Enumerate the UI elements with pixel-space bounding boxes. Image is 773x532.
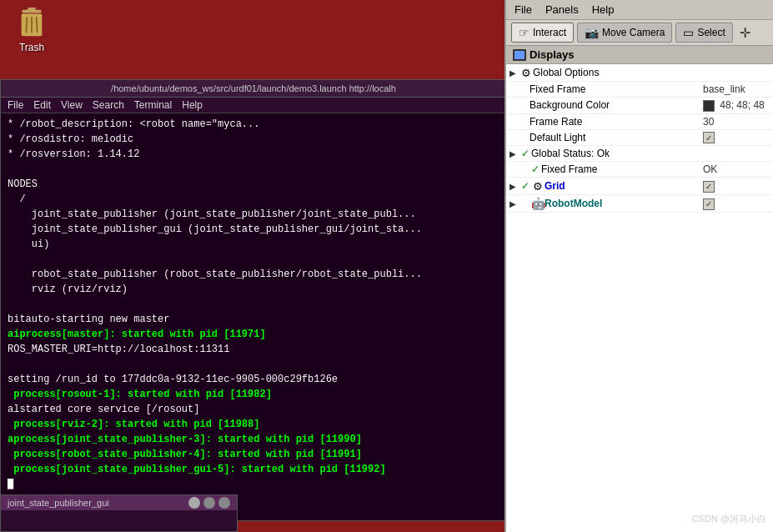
terminal-line <box>8 357 499 372</box>
maximize-button[interactable] <box>203 497 215 509</box>
svg-line-5 <box>37 17 38 33</box>
select-button[interactable]: ▭ Select <box>675 23 732 43</box>
expand-icon: ▶ <box>509 182 520 191</box>
expand-icon: ▶ <box>509 68 520 78</box>
expand-icon: ▶ <box>509 199 520 208</box>
terminal-menu-edit[interactable]: Edit <box>33 99 51 111</box>
default-light-checkbox[interactable]: ✓ <box>703 132 715 143</box>
displays-header-label: Displays <box>530 48 574 61</box>
terminal-line: rviz (rviz/rviz) <box>8 282 499 297</box>
terminal-line: joint_state_publisher_gui (joint_state_p… <box>8 222 499 237</box>
terminal-line: process[rosout-1]: started with pid [119… <box>8 387 499 402</box>
global-options-label: Global Options <box>533 67 703 78</box>
select-label: Select <box>697 27 725 38</box>
check-icon: ✓ <box>520 148 531 159</box>
watermark: CSDN @河马小白 <box>692 513 766 525</box>
grid-row[interactable]: ▶ ✓ ⚙ Grid ✓ <box>506 178 773 195</box>
rviz-panel: File Panels Help ☞ Interact 📷 Move Camer… <box>504 0 773 532</box>
bg-color-label: Background Color <box>530 99 703 111</box>
robot-check-icon <box>520 198 531 209</box>
default-light-label: Default Light <box>530 132 703 143</box>
robot-model-row[interactable]: ▶ 🤖 RobotModel ✓ <box>506 195 773 213</box>
terminal-line: * /robot_description: <robot name="myca.… <box>8 117 499 132</box>
terminal-line: aiprocess[master]: started with pid [119… <box>8 327 499 342</box>
default-light-row[interactable]: Default Light ✓ <box>506 130 773 147</box>
move-camera-label: Move Camera <box>602 27 665 38</box>
terminal-line: alstarted core service [/rosout] <box>8 402 499 417</box>
fixed-frame-label: Fixed Frame <box>530 83 703 95</box>
terminal-menu-search[interactable]: Search <box>93 99 124 111</box>
terminal-line: process[robot_state_publisher-4]: starte… <box>8 447 499 462</box>
robot-gear-icon: 🤖 <box>531 197 545 210</box>
rviz-menu-panels[interactable]: Panels <box>545 3 579 16</box>
terminal-menu-file[interactable]: File <box>8 99 23 111</box>
terminal-line: * /rosdistro: melodic <box>8 132 499 147</box>
grid-label: Grid <box>545 180 703 192</box>
terminal-line: * /rosversion: 1.14.12 <box>8 147 499 162</box>
rviz-displays: Displays ▶ ⚙ Global Options Fixed Frame … <box>506 46 773 532</box>
crosshair-icon: ✛ <box>740 25 750 41</box>
small-window: joint_state_publisher_gui <box>0 494 238 532</box>
trash-icon-container[interactable]: Trash <box>7 7 57 53</box>
robot-checked[interactable]: ✓ <box>703 198 715 210</box>
grid-checkbox: ✓ <box>703 180 770 193</box>
gear-icon: ⚙ <box>520 66 533 79</box>
interact-button[interactable]: ☞ Interact <box>511 23 574 43</box>
fixed-frame-status-label: Fixed Frame <box>541 163 703 175</box>
terminal-menu-help[interactable]: Help <box>182 99 203 111</box>
grid-checked[interactable]: ✓ <box>703 181 715 193</box>
terminal-line <box>8 252 499 267</box>
terminal-menubar: File Edit View Search Terminal Help <box>1 98 506 113</box>
fixed-frame-status-value: OK <box>703 163 770 175</box>
frame-rate-label: Frame Rate <box>530 116 703 128</box>
default-light-value: ✓ <box>703 132 770 144</box>
desktop: Trash /home/ubuntu/demos_ws/src/urdf01/l… <box>0 0 773 532</box>
trash-icon <box>17 7 47 38</box>
trash-label: Trash <box>19 42 44 53</box>
expand-icon: ▶ <box>509 149 520 158</box>
terminal-line: NODES <box>8 177 499 192</box>
terminal-line: process[joint_state_publisher_gui-5]: st… <box>8 462 499 477</box>
fixed-frame-value: base_link <box>703 83 770 95</box>
svg-rect-1 <box>28 8 36 11</box>
frame-rate-value: 30 <box>703 116 770 128</box>
terminal-menu-terminal[interactable]: Terminal <box>134 99 172 111</box>
small-window-titlebar: joint_state_publisher_gui <box>1 495 237 510</box>
monitor-icon <box>513 49 526 61</box>
grid-gear-icon: ⚙ <box>531 179 545 193</box>
global-options-row[interactable]: ▶ ⚙ Global Options <box>506 64 773 82</box>
small-window-controls <box>188 497 230 509</box>
minimize-button[interactable] <box>188 497 200 509</box>
global-status-label: Global Status: Ok <box>531 148 703 159</box>
terminal-cursor: █ <box>8 477 499 492</box>
interact-icon: ☞ <box>519 26 530 39</box>
background-color-row[interactable]: Background Color 48; 48; 48 <box>506 98 773 114</box>
fixed-frame-row[interactable]: Fixed Frame base_link <box>506 82 773 98</box>
terminal-line <box>8 297 499 312</box>
global-status-row[interactable]: ▶ ✓ Global Status: Ok <box>506 146 773 162</box>
terminal-window: /home/ubuntu/demos_ws/src/urdf01/launch/… <box>0 79 507 521</box>
color-swatch <box>703 100 715 112</box>
small-window-title: joint_state_publisher_gui <box>8 498 109 508</box>
terminal-line: robot_state_publisher (robot_state_publi… <box>8 267 499 282</box>
displays-header: Displays <box>506 46 773 64</box>
terminal-titlebar: /home/ubuntu/demos_ws/src/urdf01/launch/… <box>1 80 506 98</box>
rviz-menu-help[interactable]: Help <box>592 3 615 16</box>
terminal-line: ROS_MASTER_URI=http://localhost:11311 <box>8 342 499 357</box>
close-button[interactable] <box>218 497 230 509</box>
svg-line-3 <box>26 17 27 33</box>
terminal-line: ui) <box>8 237 499 252</box>
fixed-frame-status-row[interactable]: ✓ Fixed Frame OK <box>506 162 773 178</box>
small-window-body <box>1 510 237 531</box>
rviz-menu-file[interactable]: File <box>514 3 532 16</box>
terminal-line: setting /run_id to 177ddc0a-9132-11ec-99… <box>8 372 499 387</box>
terminal-line: process[rviz-2]: started with pid [11988… <box>8 417 499 432</box>
terminal-line: bitauto-starting new master <box>8 312 499 327</box>
grid-check-icon: ✓ <box>520 180 531 192</box>
terminal-menu-view[interactable]: View <box>61 99 83 111</box>
interact-label: Interact <box>533 27 566 38</box>
camera-icon: 📷 <box>585 26 599 39</box>
move-camera-button[interactable]: 📷 Move Camera <box>577 23 672 43</box>
check-status-icon: ✓ <box>530 163 541 175</box>
frame-rate-row[interactable]: Frame Rate 30 <box>506 114 773 130</box>
